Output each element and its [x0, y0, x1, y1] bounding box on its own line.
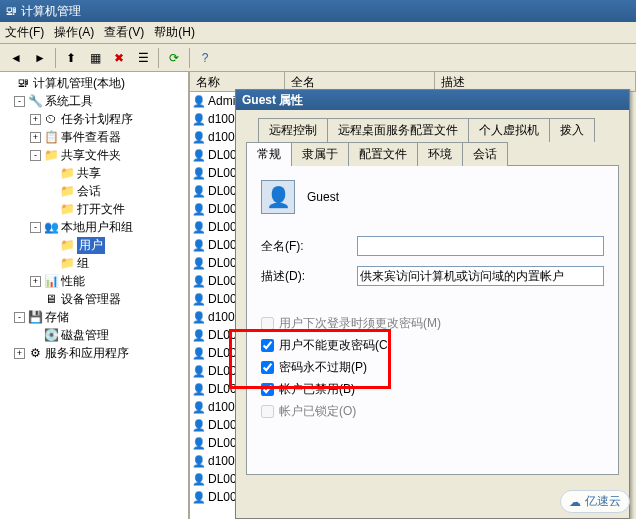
user-icon: 👤: [192, 203, 206, 216]
tree-sessions[interactable]: 📁会话: [2, 182, 186, 200]
checkbox-cannot-change[interactable]: [261, 339, 274, 352]
user-icon: 👤: [192, 293, 206, 306]
tree-disk-management[interactable]: 💽磁盘管理: [2, 326, 186, 344]
delete-button[interactable]: ✖: [108, 47, 130, 69]
checkbox-must-change-row: 用户下次登录时须更改密码(M): [261, 315, 604, 332]
user-name: d100: [208, 454, 235, 468]
user-icon: 👤: [192, 347, 206, 360]
tab-sessions[interactable]: 会话: [462, 142, 508, 166]
dialog-title-bar[interactable]: Guest 属性: [236, 90, 629, 110]
tab-profile[interactable]: 配置文件: [348, 142, 418, 166]
user-name: DL00: [208, 472, 237, 486]
tab-environment[interactable]: 环境: [417, 142, 463, 166]
properties-button[interactable]: ☰: [132, 47, 154, 69]
user-icon: 👤: [192, 167, 206, 180]
general-panel: 👤 Guest 全名(F): 描述(D): 用户下次登录时须更改密码(M): [246, 165, 619, 475]
checkbox-cannot-change-row[interactable]: 用户不能更改密码(C): [261, 337, 604, 354]
help-button[interactable]: ?: [194, 47, 216, 69]
user-icon: 👤: [192, 221, 206, 234]
description-input[interactable]: [357, 266, 604, 286]
tree-performance[interactable]: +📊性能: [2, 272, 186, 290]
tab-member-of[interactable]: 隶属于: [291, 142, 349, 166]
tree-groups[interactable]: 📁组: [2, 254, 186, 272]
account-name: Guest: [307, 190, 339, 204]
tree-storage[interactable]: -💾存储: [2, 308, 186, 326]
cloud-icon: ☁: [569, 495, 581, 509]
user-name: DL00: [208, 202, 237, 216]
tree-users[interactable]: 📁用户: [2, 236, 186, 254]
user-icon: 👤: [192, 275, 206, 288]
tree-system-tools[interactable]: -🔧系统工具: [2, 92, 186, 110]
user-name: DL00: [208, 382, 237, 396]
app-icon: 🖳: [5, 4, 17, 18]
user-name: d100: [208, 112, 235, 126]
user-name: DL00: [208, 184, 237, 198]
watermark: ☁ 亿速云: [560, 490, 630, 513]
user-name: DL00: [208, 418, 237, 432]
nav-back-button[interactable]: ◄: [5, 47, 27, 69]
checkbox-never-expires[interactable]: [261, 361, 274, 374]
user-icon: 👤: [192, 473, 206, 486]
user-name: DL00: [208, 166, 237, 180]
user-name: DL00: [208, 274, 237, 288]
user-name: Admi: [208, 94, 235, 108]
user-name: DL00: [208, 436, 237, 450]
user-icon: 👤: [192, 257, 206, 270]
tab-remote-control[interactable]: 远程控制: [258, 118, 328, 142]
menu-file[interactable]: 文件(F): [5, 24, 44, 41]
user-icon: 👤: [192, 437, 206, 450]
tree-open-files[interactable]: 📁打开文件: [2, 200, 186, 218]
show-hide-tree-button[interactable]: ▦: [84, 47, 106, 69]
user-name: DL00: [208, 148, 237, 162]
user-icon: 👤: [192, 383, 206, 396]
user-name: DL00: [208, 256, 237, 270]
tree-services-apps[interactable]: +⚙服务和应用程序: [2, 344, 186, 362]
user-icon: 👤: [192, 239, 206, 252]
menu-bar: 文件(F) 操作(A) 查看(V) 帮助(H): [0, 22, 636, 44]
user-name: d100: [208, 130, 235, 144]
user-icon: 👤: [192, 455, 206, 468]
user-icon: 👤: [192, 329, 206, 342]
menu-view[interactable]: 查看(V): [104, 24, 144, 41]
tree-root[interactable]: 🖳计算机管理(本地): [2, 74, 186, 92]
nav-forward-button[interactable]: ►: [29, 47, 51, 69]
user-name: DL00: [208, 292, 237, 306]
tree-shares[interactable]: 📁共享: [2, 164, 186, 182]
tab-general[interactable]: 常规: [246, 142, 292, 166]
tree-event-viewer[interactable]: +📋事件查看器: [2, 128, 186, 146]
checkbox-never-expires-row[interactable]: 密码永不过期(P): [261, 359, 604, 376]
tab-rds-profile[interactable]: 远程桌面服务配置文件: [327, 118, 469, 142]
menu-help[interactable]: 帮助(H): [154, 24, 195, 41]
user-icon: 👤: [192, 95, 206, 108]
user-name: DL00: [208, 328, 237, 342]
toolbar: ◄ ► ⬆ ▦ ✖ ☰ ⟳ ?: [0, 44, 636, 72]
user-name: DL00: [208, 346, 237, 360]
properties-dialog: Guest 属性 远程控制 远程桌面服务配置文件 个人虚拟机 拨入 常规 隶属于…: [235, 89, 630, 519]
user-avatar-icon: 👤: [261, 180, 295, 214]
menu-action[interactable]: 操作(A): [54, 24, 94, 41]
user-name: d100: [208, 400, 235, 414]
tree-shared-folders[interactable]: -📁共享文件夹: [2, 146, 186, 164]
checkbox-account-disabled[interactable]: [261, 383, 274, 396]
tree-device-manager[interactable]: 🖥设备管理器: [2, 290, 186, 308]
user-icon: 👤: [192, 311, 206, 324]
tab-dialin[interactable]: 拨入: [549, 118, 595, 142]
tab-personal-vm[interactable]: 个人虚拟机: [468, 118, 550, 142]
navigation-tree[interactable]: 🖳计算机管理(本地) -🔧系统工具 +⏲任务计划程序 +📋事件查看器 -📁共享文…: [0, 72, 190, 519]
user-name: d100: [208, 310, 235, 324]
up-button[interactable]: ⬆: [60, 47, 82, 69]
checkbox-account-locked: [261, 405, 274, 418]
user-icon: 👤: [192, 113, 206, 126]
window-title-bar: 🖳 计算机管理: [0, 0, 636, 22]
checkbox-disabled-row[interactable]: 帐户已禁用(B): [261, 381, 604, 398]
refresh-button[interactable]: ⟳: [163, 47, 185, 69]
tree-local-users-groups[interactable]: -👥本地用户和组: [2, 218, 186, 236]
fullname-input[interactable]: [357, 236, 604, 256]
window-title: 计算机管理: [21, 3, 81, 20]
tree-task-scheduler[interactable]: +⏲任务计划程序: [2, 110, 186, 128]
checkbox-locked-row: 帐户已锁定(O): [261, 403, 604, 420]
user-icon: 👤: [192, 131, 206, 144]
description-label: 描述(D):: [261, 268, 349, 285]
checkbox-must-change: [261, 317, 274, 330]
user-name: DL00: [208, 364, 237, 378]
